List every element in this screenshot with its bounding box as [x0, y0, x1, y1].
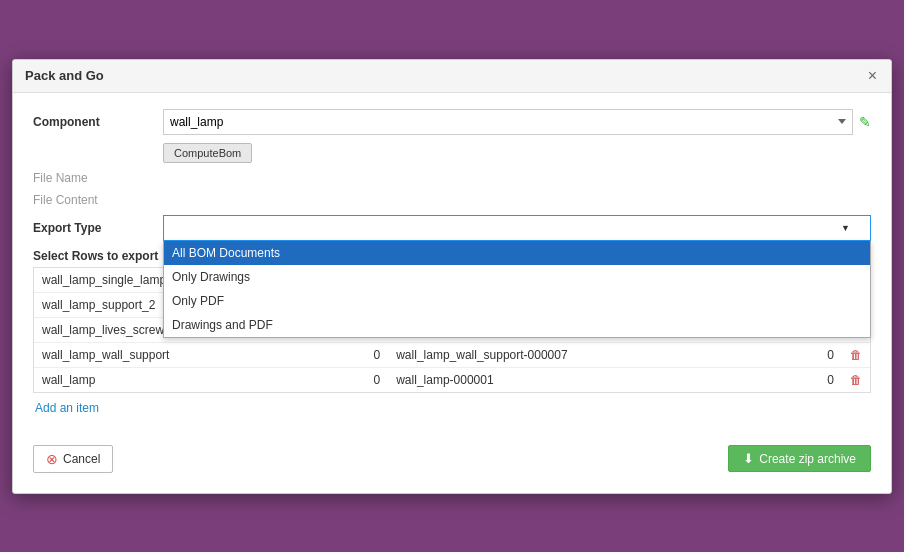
table-row: wall_lamp_wall_support 0 wall_lamp_wall_…: [34, 342, 870, 367]
export-type-arrow-icon: ▼: [841, 223, 850, 233]
row-name: wall_lamp: [34, 367, 358, 392]
component-select-wrapper: wall_lamp ✎: [163, 109, 871, 135]
row-name: wall_lamp_wall_support: [34, 342, 358, 367]
export-type-dropdown-list: All BOM Documents Only Drawings Only PDF…: [163, 241, 871, 338]
component-row: Component wall_lamp ✎: [33, 109, 871, 135]
row-val: 0: [812, 367, 842, 392]
dialog-titlebar: Pack and Go ×: [13, 60, 891, 93]
dialog-title: Pack and Go: [25, 68, 104, 83]
export-type-trigger[interactable]: ▼: [163, 215, 871, 241]
export-type-label: Export Type: [33, 221, 163, 235]
dropdown-option-all-bom[interactable]: All BOM Documents: [164, 241, 870, 265]
row-delete-icon[interactable]: 🗑: [842, 342, 870, 367]
table-row: wall_lamp 0 wall_lamp-000001 0 🗑: [34, 367, 870, 392]
cancel-icon: ⊗: [46, 451, 58, 467]
row-ref: wall_lamp_wall_support-000007: [388, 342, 812, 367]
dropdown-option-only-drawings[interactable]: Only Drawings: [164, 265, 870, 289]
add-item-link[interactable]: Add an item: [35, 401, 99, 415]
row-qty: 0: [358, 342, 388, 367]
zip-icon: ⬇: [743, 451, 754, 466]
dialog-footer: ⊗ Cancel ⬇ Create zip archive: [33, 435, 871, 473]
file-content-label: File Content: [33, 193, 163, 207]
cancel-label: Cancel: [63, 452, 100, 466]
component-label: Component: [33, 115, 163, 129]
compute-bom-button[interactable]: ComputeBom: [163, 143, 252, 163]
select-rows-label: Select Rows to export: [33, 249, 163, 263]
file-name-label: File Name: [33, 171, 163, 185]
export-type-dropdown-container[interactable]: ▼ All BOM Documents Only Drawings Only P…: [163, 215, 871, 241]
edit-component-icon[interactable]: ✎: [859, 114, 871, 130]
row-delete-icon[interactable]: 🗑: [842, 367, 870, 392]
create-zip-button[interactable]: ⬇ Create zip archive: [728, 445, 871, 472]
create-zip-label: Create zip archive: [759, 452, 856, 466]
dialog-close-button[interactable]: ×: [866, 68, 879, 84]
row-qty: 0: [358, 367, 388, 392]
file-name-row: File Name: [33, 171, 871, 185]
file-content-row: File Content: [33, 193, 871, 207]
row-val: 0: [812, 342, 842, 367]
component-select[interactable]: wall_lamp: [163, 109, 853, 135]
dropdown-option-only-pdf[interactable]: Only PDF: [164, 289, 870, 313]
pack-and-go-dialog: Pack and Go × Component wall_lamp ✎ Comp…: [12, 59, 892, 494]
compute-bom-row: ComputeBom: [33, 143, 871, 163]
cancel-button[interactable]: ⊗ Cancel: [33, 445, 113, 473]
dropdown-option-drawings-pdf[interactable]: Drawings and PDF: [164, 313, 870, 337]
export-type-row: Export Type ▼ All BOM Documents Only Dra…: [33, 215, 871, 241]
row-ref: wall_lamp-000001: [388, 367, 812, 392]
dialog-body: Component wall_lamp ✎ ComputeBom File Na…: [13, 93, 891, 493]
